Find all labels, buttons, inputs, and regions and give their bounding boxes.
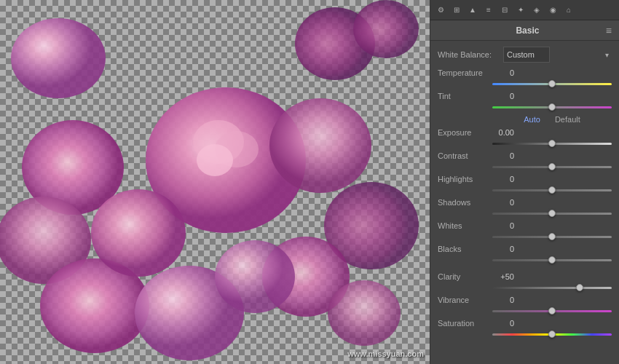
flower-image — [0, 0, 430, 364]
panel-title: Basic — [449, 25, 606, 36]
exposure-label: Exposure — [438, 128, 492, 137]
whites-row: Whites 0 — [438, 221, 612, 230]
blacks-track-wrapper[interactable] — [492, 255, 612, 265]
white-balance-row: White Balance: Custom As Shot Auto Dayli… — [438, 47, 612, 63]
vibrance-thumb[interactable] — [548, 307, 556, 314]
temperature-section: Temperature 0 — [438, 68, 612, 89]
vibrance-label: Vibrance — [438, 296, 492, 304]
saturation-label: Saturation — [438, 319, 492, 328]
auto-default-row: Auto Default — [492, 115, 612, 124]
blacks-track[interactable] — [492, 259, 612, 261]
exposure-track[interactable] — [492, 143, 612, 145]
shadows-thumb[interactable] — [548, 210, 556, 217]
tint-thumb[interactable] — [548, 103, 556, 111]
contrast-track-wrapper[interactable] — [492, 162, 612, 172]
exposure-section: Exposure 0.00 — [438, 128, 612, 149]
contrast-row: Contrast 0 — [438, 151, 612, 160]
highlights-track-wrapper[interactable] — [492, 185, 612, 195]
shadows-section: Shadows 0 — [438, 198, 612, 218]
contrast-track[interactable] — [492, 166, 612, 168]
highlights-track[interactable] — [492, 189, 612, 191]
shadows-track[interactable] — [492, 213, 612, 215]
svg-point-12 — [215, 240, 295, 313]
toolbar: ⚙ ⊞ ▲ ≡ ⊟ ✦ ◈ ◉ ⌂ — [430, 0, 619, 20]
right-panel: ⚙ ⊞ ▲ ≡ ⊟ ✦ ◈ ◉ ⌂ Basic ≡ White Balance:… — [430, 0, 619, 364]
panel-content[interactable]: White Balance: Custom As Shot Auto Dayli… — [430, 41, 619, 364]
saturation-row: Saturation 0 — [438, 319, 612, 328]
vibrance-row: Vibrance 0 — [438, 296, 612, 304]
whites-section: Whites 0 — [438, 221, 612, 242]
whites-label: Whites — [438, 221, 492, 230]
settings-icon[interactable]: ⚙ — [435, 4, 446, 16]
white-balance-label: White Balance: — [438, 50, 503, 59]
saturation-section: Saturation 0 — [438, 319, 612, 339]
shadows-value: 0 — [492, 198, 514, 207]
blacks-value: 0 — [492, 245, 514, 253]
minus-icon[interactable]: ⊟ — [499, 4, 510, 16]
white-balance-select-wrapper: Custom As Shot Auto Daylight Cloudy — [503, 47, 612, 63]
svg-point-3 — [353, 0, 419, 58]
blacks-label: Blacks — [438, 245, 492, 253]
watermark: www.missyuan.com — [347, 349, 424, 358]
temperature-label: Temperature — [438, 68, 492, 77]
temperature-value: 0 — [492, 68, 514, 77]
clarity-track-wrapper[interactable] — [492, 282, 612, 293]
contrast-thumb[interactable] — [548, 163, 556, 170]
temperature-row: Temperature 0 — [438, 68, 612, 77]
highlights-label: Highlights — [438, 175, 492, 183]
shadows-track-wrapper[interactable] — [492, 208, 612, 218]
whites-track[interactable] — [492, 236, 612, 238]
highlights-value: 0 — [492, 175, 514, 183]
vibrance-track-wrapper[interactable] — [492, 306, 612, 316]
clarity-label: Clarity — [438, 272, 492, 281]
menu-icon[interactable]: ≡ — [483, 4, 494, 16]
star-icon[interactable]: ✦ — [515, 4, 527, 16]
contrast-section: Contrast 0 — [438, 151, 612, 172]
grid-icon[interactable]: ⊞ — [451, 4, 462, 16]
whites-track-wrapper[interactable] — [492, 232, 612, 242]
clarity-thumb[interactable] — [576, 284, 583, 291]
temperature-track-wrapper[interactable] — [492, 79, 612, 89]
home-icon[interactable]: ⌂ — [563, 4, 575, 16]
white-balance-select[interactable]: Custom As Shot Auto Daylight Cloudy — [503, 47, 550, 63]
tint-track[interactable] — [492, 106, 612, 108]
exposure-thumb[interactable] — [548, 140, 556, 147]
svg-point-0 — [11, 18, 106, 98]
temperature-thumb[interactable] — [548, 80, 556, 87]
clarity-section: Clarity +50 — [438, 272, 612, 293]
whites-thumb[interactable] — [548, 233, 556, 240]
exposure-row: Exposure 0.00 — [438, 128, 612, 137]
svg-point-16 — [197, 144, 233, 176]
contrast-value: 0 — [492, 151, 514, 160]
exposure-value: 0.00 — [492, 128, 514, 137]
saturation-thumb[interactable] — [548, 331, 556, 338]
saturation-track[interactable] — [492, 333, 612, 336]
exposure-track-wrapper[interactable] — [492, 138, 612, 149]
blacks-thumb[interactable] — [548, 256, 556, 264]
highlights-thumb[interactable] — [548, 186, 556, 194]
vibrance-value: 0 — [492, 296, 514, 304]
vibrance-section: Vibrance 0 — [438, 296, 612, 316]
whites-value: 0 — [492, 221, 514, 230]
default-button[interactable]: Default — [555, 115, 580, 124]
shadows-row: Shadows 0 — [438, 198, 612, 207]
tint-section: Tint 0 — [438, 92, 612, 112]
auto-button[interactable]: Auto — [524, 115, 540, 124]
blacks-section: Blacks 0 — [438, 245, 612, 265]
blacks-row: Blacks 0 — [438, 245, 612, 253]
tint-track-wrapper[interactable] — [492, 102, 612, 112]
spot-icon[interactable]: ◉ — [547, 4, 559, 16]
contrast-label: Contrast — [438, 151, 492, 160]
histogram-icon[interactable]: ▲ — [467, 4, 478, 16]
svg-point-13 — [328, 280, 401, 346]
vibrance-track[interactable] — [492, 310, 612, 312]
clarity-value: +50 — [492, 272, 514, 281]
clarity-track[interactable] — [492, 287, 612, 289]
clarity-row: Clarity +50 — [438, 272, 612, 281]
panel-menu-icon[interactable]: ≡ — [606, 25, 612, 36]
highlights-section: Highlights 0 — [438, 175, 612, 195]
temperature-track[interactable] — [492, 83, 612, 85]
saturation-track-wrapper[interactable] — [492, 329, 612, 339]
highlights-row: Highlights 0 — [438, 175, 612, 183]
crop-icon[interactable]: ◈ — [531, 4, 543, 16]
